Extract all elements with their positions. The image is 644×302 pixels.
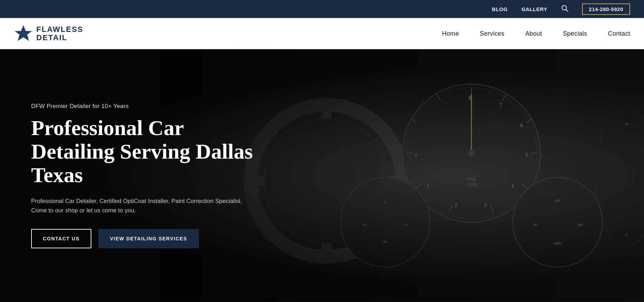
- hero-description: Professional Car Detailer, Certified Opt…: [31, 196, 246, 215]
- search-icon[interactable]: [561, 5, 568, 14]
- hero-title: Professional Car Detailing Serving Dalla…: [31, 116, 266, 187]
- nav-about[interactable]: About: [525, 30, 542, 37]
- nav-home[interactable]: Home: [442, 30, 459, 37]
- logo[interactable]: FLAWLESS DETAIL: [14, 24, 83, 43]
- logo-text: FLAWLESS DETAIL: [36, 25, 83, 42]
- hero-section: 8 7 6 5 4 3 2 1 0 RPM ×1000 F 80 60 120 …: [0, 49, 644, 302]
- view-services-button[interactable]: VIEW DETAILING SERVICES: [98, 229, 199, 248]
- nav-services[interactable]: Services: [480, 30, 504, 37]
- nav-contact[interactable]: Contact: [608, 30, 630, 37]
- logo-star-icon: [14, 24, 33, 43]
- gallery-link[interactable]: GALLERY: [521, 6, 547, 12]
- nav-specials[interactable]: Specials: [563, 30, 587, 37]
- top-bar-nav: BLOG GALLERY 214-280-5920: [492, 3, 630, 15]
- hero-buttons: CONTACT US VIEW DETAILING SERVICES: [31, 229, 266, 248]
- logo-line2: DETAIL: [36, 34, 83, 42]
- hero-tagline: DFW Premier Detailer for 10+ Years: [31, 103, 266, 110]
- blog-link[interactable]: BLOG: [492, 6, 508, 12]
- main-nav: FLAWLESS DETAIL Home Services About Spec…: [0, 18, 644, 49]
- logo-line1: FLAWLESS: [36, 25, 83, 34]
- hero-content: DFW Premier Detailer for 10+ Years Profe…: [0, 103, 266, 249]
- top-bar: BLOG GALLERY 214-280-5920: [0, 0, 644, 18]
- svg-line-1: [566, 9, 568, 11]
- phone-button[interactable]: 214-280-5920: [582, 3, 630, 15]
- nav-links: Home Services About Specials Contact: [442, 30, 630, 37]
- contact-us-button[interactable]: CONTACT US: [31, 229, 91, 248]
